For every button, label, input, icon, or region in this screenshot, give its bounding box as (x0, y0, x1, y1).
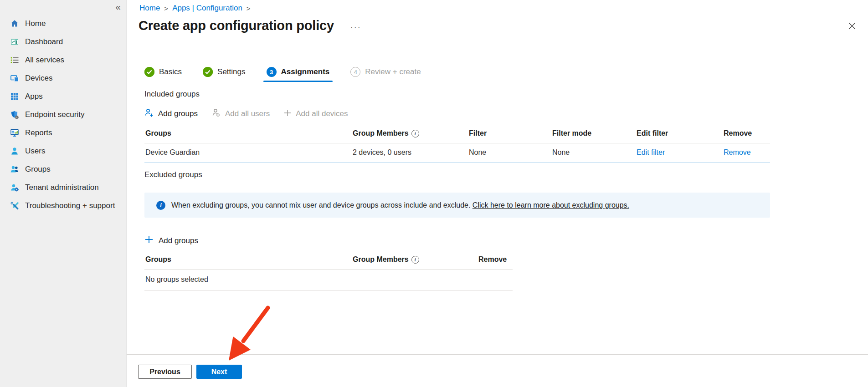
cell-group-members: 2 devices, 0 users (352, 143, 468, 162)
sidebar-nav: Home Dashboard All services Devices Apps (0, 15, 126, 215)
info-icon[interactable]: i (411, 130, 419, 137)
tenant-administration-icon (10, 183, 19, 192)
person-add-icon (144, 108, 154, 120)
home-icon (10, 19, 19, 28)
column-header-edit-filter: Edit filter (636, 126, 723, 143)
table-row: Device Guardian 2 devices, 0 users None … (144, 143, 770, 163)
add-all-devices-button[interactable]: Add all devices (283, 109, 348, 119)
sidebar-item-label: Endpoint security (25, 110, 84, 119)
edit-filter-link[interactable]: Edit filter (636, 143, 723, 162)
sidebar-item-label: Groups (25, 165, 51, 174)
step-complete-check-icon (203, 67, 213, 77)
reports-icon (10, 128, 19, 137)
info-icon[interactable]: i (411, 256, 419, 264)
excluded-table-header: Groups Group Members i Remove (144, 252, 513, 270)
troubleshooting-icon (10, 201, 19, 210)
sidebar-item-dashboard[interactable]: Dashboard (0, 33, 126, 51)
groups-icon (10, 165, 19, 174)
sidebar-item-label: Dashboard (25, 37, 63, 46)
step-label: Assignments (281, 67, 330, 76)
column-header-remove: Remove (478, 252, 513, 269)
excluded-groups-heading: Excluded groups (144, 170, 202, 179)
dashboard-icon (10, 37, 19, 46)
breadcrumb-apps-configuration-link[interactable]: Apps | Configuration (172, 4, 242, 13)
sidebar-item-reports[interactable]: Reports (0, 124, 126, 142)
add-groups-button[interactable]: Add groups (144, 108, 198, 120)
step-number-badge: 3 (267, 67, 277, 77)
sidebar-item-all-services[interactable]: All services (0, 51, 126, 69)
person-all-icon (211, 108, 221, 120)
breadcrumb-separator: > (164, 5, 168, 12)
sidebar-item-apps[interactable]: Apps (0, 87, 126, 106)
info-banner-icon: i (156, 201, 165, 210)
remove-link[interactable]: Remove (723, 143, 770, 162)
sidebar-item-label: Apps (25, 92, 43, 101)
plus-icon (283, 109, 292, 119)
sidebar-item-groups[interactable]: Groups (0, 160, 126, 178)
more-options-icon[interactable]: ··· (350, 19, 361, 32)
main-content: Home > Apps | Configuration > Create app… (127, 0, 868, 387)
sidebar-collapse-icon[interactable]: « (115, 1, 121, 12)
close-icon[interactable] (847, 21, 857, 31)
devices-icon (10, 74, 19, 83)
tab-basics[interactable]: Basics (144, 67, 182, 77)
step-label: Settings (217, 67, 245, 76)
sidebar-item-label: Devices (25, 74, 52, 83)
wizard-steps: Basics Settings 3 Assignments 4 Review +… (144, 67, 421, 77)
sidebar-item-label: Users (25, 147, 45, 156)
cell-group-name: Device Guardian (144, 143, 352, 162)
page-title: Create app configuration policy (139, 18, 334, 33)
included-table-header: Groups Group Members i Filter Filter mod… (144, 126, 770, 143)
sidebar-item-troubleshooting-support[interactable]: Troubleshooting + support (0, 197, 126, 215)
next-button[interactable]: Next (196, 365, 242, 379)
step-label: Basics (159, 67, 182, 76)
step-complete-check-icon (144, 67, 154, 77)
column-header-groups: Groups (144, 126, 352, 143)
tab-settings[interactable]: Settings (203, 67, 245, 77)
sidebar-item-label: Troubleshooting + support (25, 201, 115, 210)
breadcrumb-home-link[interactable]: Home (139, 4, 160, 13)
left-nav-sidebar: « Home Dashboard All services Devices (0, 0, 127, 387)
breadcrumb: Home > Apps | Configuration > (139, 4, 251, 13)
excluded-add-groups-button[interactable]: Add groups (144, 235, 198, 246)
users-icon (10, 147, 19, 156)
step-number-badge: 4 (350, 67, 360, 77)
sidebar-item-label: Tenant administration (25, 183, 99, 192)
sidebar-item-label: Home (25, 19, 46, 28)
empty-state-text: No groups selected (144, 270, 513, 291)
apps-icon (10, 92, 19, 101)
sidebar-item-devices[interactable]: Devices (0, 69, 126, 87)
previous-button[interactable]: Previous (138, 365, 192, 379)
footer-divider (127, 354, 868, 355)
banner-message: When excluding groups, you cannot mix us… (171, 201, 470, 209)
sidebar-item-tenant-administration[interactable]: Tenant administration (0, 178, 126, 197)
cell-filter-mode: None (551, 143, 636, 162)
excluding-groups-learn-more-link[interactable]: Click here to learn more about excluding… (473, 201, 629, 209)
sidebar-item-label: All services (25, 56, 64, 65)
add-all-users-button[interactable]: Add all users (211, 108, 270, 120)
tab-assignments[interactable]: 3 Assignments (267, 67, 330, 77)
sidebar-item-label: Reports (25, 128, 52, 137)
endpoint-security-icon (10, 110, 19, 119)
column-header-group-members: Group Members i (352, 252, 478, 269)
included-groups-table: Groups Group Members i Filter Filter mod… (144, 126, 770, 163)
column-header-filter-mode: Filter mode (551, 126, 636, 143)
sidebar-item-users[interactable]: Users (0, 142, 126, 160)
sidebar-item-home[interactable]: Home (0, 15, 126, 33)
included-actions: Add groups Add all users Add all devices (144, 108, 348, 120)
all-services-icon (10, 56, 19, 65)
info-banner: i When excluding groups, you cannot mix … (144, 193, 770, 218)
step-label: Review + create (365, 67, 421, 76)
column-header-remove: Remove (723, 126, 770, 143)
column-header-filter: Filter (468, 126, 551, 143)
tab-review-create[interactable]: 4 Review + create (350, 67, 421, 77)
breadcrumb-separator: > (247, 5, 251, 12)
included-groups-heading: Included groups (144, 90, 200, 99)
cell-filter: None (468, 143, 551, 162)
column-header-group-members: Group Members i (352, 126, 468, 143)
column-header-groups: Groups (144, 252, 352, 269)
sidebar-item-endpoint-security[interactable]: Endpoint security (0, 106, 126, 124)
excluded-groups-table: Groups Group Members i Remove No groups … (144, 252, 513, 291)
plus-icon (144, 235, 154, 246)
